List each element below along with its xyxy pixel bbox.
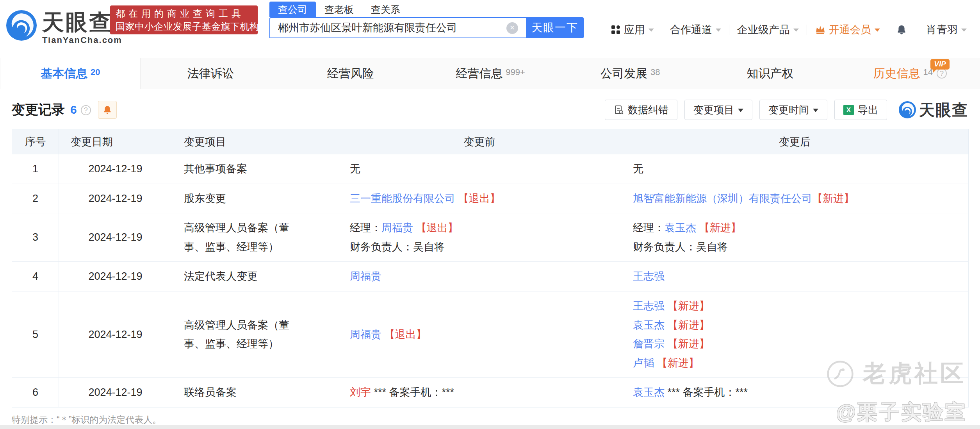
nav-enterprise-products[interactable]: 企业级产品: [729, 23, 807, 37]
entity-link[interactable]: 周福贵: [350, 329, 381, 340]
special-note: 特别提示：“＊”标识的为法定代表人。: [12, 414, 968, 426]
entity-link[interactable]: 袁玉杰: [665, 222, 696, 234]
table-row: 32024-12-19高级管理人员备案（董事、监事、经理等）经理：周福贵 【退出…: [12, 213, 969, 262]
table-header-row: 序号 变更日期 变更项目 变更前 变更后: [12, 129, 969, 154]
cell-line: 周福贵: [350, 267, 609, 286]
nav-notifications[interactable]: [888, 24, 918, 35]
tab-history-info[interactable]: VIP 历史信息 14 ?: [840, 58, 980, 89]
entity-link[interactable]: 詹晋宗: [633, 338, 665, 350]
cell-after: 王志强: [621, 262, 969, 291]
cell-index: 3: [12, 213, 59, 262]
cell-item: 法定代表人变更: [172, 262, 338, 291]
tab-operation-info[interactable]: 经营信息 999+: [421, 58, 560, 89]
cell-text: 无: [350, 163, 360, 175]
tab-company-development[interactable]: 公司发展 38: [560, 58, 700, 89]
tab-count: 20: [91, 67, 100, 77]
tab-label: 历史信息: [873, 66, 920, 82]
chevron-down-icon: [649, 29, 654, 34]
table-row: 62024-12-19联络员备案刘宇 *** 备案手机：***袁玉杰 *** 备…: [12, 378, 969, 408]
watermark-text: 老虎社区: [863, 358, 966, 390]
nav-user[interactable]: 肖青羽: [918, 23, 975, 37]
cell-text: [665, 300, 668, 312]
tab-legal[interactable]: 法律诉讼: [141, 58, 280, 89]
entity-link[interactable]: 袁玉杰: [633, 319, 665, 331]
search-input[interactable]: [269, 17, 526, 38]
search-tab-company[interactable]: 查公司: [269, 2, 316, 17]
cell-before: 刘宇 *** 备案手机：***: [338, 378, 621, 408]
table-row: 42024-12-19法定代表人变更周福贵王志强: [12, 262, 969, 291]
cell-before: 无: [338, 154, 621, 184]
help-icon[interactable]: ?: [81, 105, 91, 115]
brand-domain: TianYanCha.com: [42, 35, 122, 45]
header-after: 变更后: [621, 129, 969, 154]
crown-icon: [815, 24, 826, 35]
entity-link[interactable]: 王志强: [633, 270, 665, 282]
tab-label: 知识产权: [747, 66, 794, 82]
brand-name: 天眼查: [919, 99, 968, 121]
cell-line: 王志强 【新进】: [633, 297, 957, 316]
cell-item: 高级管理人员备案（董事、监事、经理等）: [172, 291, 338, 377]
data-correction-label: 数据纠错: [628, 103, 668, 117]
cell-text: [654, 357, 657, 369]
change-project-label: 变更项目: [693, 103, 734, 117]
nav-open-vip[interactable]: 开通会员: [807, 23, 888, 37]
change-tag: 【新进】: [812, 193, 854, 204]
tab-operation-risk[interactable]: 经营风险: [281, 58, 421, 89]
entity-link[interactable]: 王志强: [633, 300, 665, 312]
help-icon[interactable]: ?: [937, 68, 947, 79]
chevron-down-icon: [793, 29, 799, 34]
entity-link[interactable]: 周福贵: [350, 270, 381, 282]
section-count: 6: [70, 103, 77, 116]
cell-line: 经理：周福贵 【退出】: [350, 218, 609, 238]
export-button[interactable]: X 导出: [834, 100, 887, 120]
entity-link[interactable]: 刘宇: [350, 386, 371, 398]
apps-grid-icon: [611, 25, 621, 35]
tab-intellectual-property[interactable]: 知识产权: [700, 58, 840, 89]
cell-after: 无: [621, 154, 969, 184]
subscribe-bell-button[interactable]: [98, 101, 117, 119]
change-record-header: 变更记录 6 ? 数据纠错 变更项目 变更时间 X 导出: [12, 99, 968, 120]
nav-apps-label: 应用: [624, 23, 645, 37]
entity-link[interactable]: 袁玉杰: [633, 386, 665, 398]
search-tab-relation[interactable]: 查关系: [362, 2, 409, 17]
clear-icon[interactable]: ×: [506, 22, 518, 34]
nav-enterprise-label: 企业级产品: [737, 23, 790, 37]
cell-date: 2024-12-19: [59, 378, 172, 408]
search-button[interactable]: 天眼一下: [526, 17, 584, 38]
cell-line: 王志强: [633, 267, 957, 286]
entity-link[interactable]: 三一重能股份有限公司: [350, 193, 455, 204]
nav-partner-label: 合作通道: [670, 23, 712, 37]
change-tag: 【新进】: [668, 319, 710, 331]
promo-banner: 都在用的商业查询工具 国家中小企业发展子基金旗下机构: [110, 5, 258, 34]
change-project-filter[interactable]: 变更项目: [684, 100, 752, 120]
change-tag: 【新进】: [668, 338, 710, 350]
entity-link[interactable]: 卢韬: [633, 357, 654, 369]
cell-index: 4: [12, 262, 59, 291]
export-label: 导出: [858, 103, 878, 117]
tianyancha-logo[interactable]: 天眼查 TianYanCha.com: [6, 10, 122, 45]
cell-item: 股东变更: [172, 184, 338, 213]
change-tag: 【退出】: [416, 222, 458, 234]
author-watermark: @栗子实验室: [836, 399, 967, 426]
promo-line1: 都在用的商业查询工具: [116, 7, 252, 20]
search-tab-boss[interactable]: 查老板: [316, 2, 362, 17]
tianyancha-watermark-logo: 天眼查: [899, 99, 968, 121]
entity-link[interactable]: 旭智富能新能源（深圳）有限责任公司: [633, 193, 812, 204]
header-date: 变更日期: [59, 129, 172, 154]
tab-basic-info[interactable]: 基本信息 20: [0, 58, 141, 89]
nav-partner-channel[interactable]: 合作通道: [662, 23, 729, 37]
change-tag: 【新进】: [657, 357, 699, 369]
entity-link[interactable]: 周福贵: [381, 222, 413, 234]
cell-line: 周福贵 【退出】: [350, 325, 609, 344]
tab-count: 38: [650, 67, 660, 77]
nav-apps[interactable]: 应用: [603, 23, 662, 37]
change-time-filter[interactable]: 变更时间: [759, 100, 827, 120]
cell-text: 财务负责人：吴自将: [633, 241, 728, 253]
cell-item: 高级管理人员备案（董事、监事、经理等）: [172, 213, 338, 262]
cell-line: 财务负责人：吴自将: [633, 238, 957, 257]
cell-text: 无: [633, 163, 643, 175]
tab-label: 法律诉讼: [187, 66, 234, 82]
data-correction-button[interactable]: 数据纠错: [605, 100, 677, 120]
cell-text: *** 备案手机：***: [665, 386, 748, 398]
chevron-down-icon: [716, 29, 721, 34]
